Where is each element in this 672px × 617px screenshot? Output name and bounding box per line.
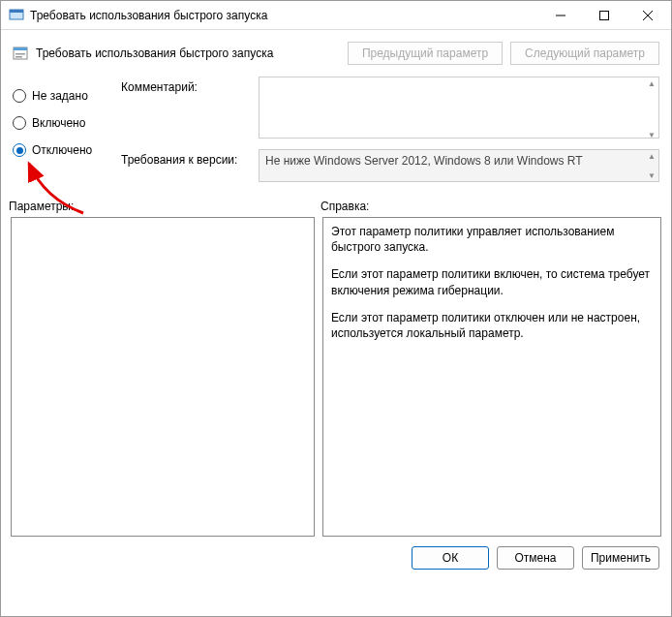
comment-textarea[interactable] (259, 77, 659, 139)
minimize-button[interactable] (538, 2, 582, 29)
svg-rect-3 (599, 11, 608, 19)
prev-setting-button[interactable]: Предыдущий параметр (348, 42, 503, 65)
dialog-footer: ОК Отмена Применить (1, 537, 671, 579)
svg-rect-1 (10, 10, 23, 13)
policy-title: Требовать использования быстрого запуска (36, 46, 340, 60)
scroll-down-icon[interactable]: ▼ (646, 170, 657, 180)
svg-rect-9 (15, 56, 22, 58)
help-panel: Этот параметр политики управляет использ… (322, 217, 661, 537)
radio-label: Отключено (32, 143, 92, 157)
radio-enabled[interactable]: Включено (13, 109, 109, 137)
scroll-down-icon[interactable]: ▼ (646, 130, 657, 139)
apply-button[interactable]: Применить (582, 546, 659, 570)
window-title: Требовать использования быстрого запуска (30, 9, 538, 22)
maximize-button[interactable] (582, 2, 626, 29)
scroll-up-icon[interactable]: ▲ (646, 151, 657, 161)
next-setting-button[interactable]: Следующий параметр (510, 42, 659, 65)
radio-not-configured[interactable]: Не задано (13, 82, 109, 109)
help-section-label: Справка: (321, 200, 369, 213)
options-panel (11, 217, 315, 537)
options-section-label: Параметры: (9, 200, 321, 213)
comment-label: Комментарий: (121, 77, 259, 141)
scroll-up-icon[interactable]: ▲ (646, 78, 657, 88)
svg-rect-7 (14, 47, 27, 50)
radio-icon-selected (13, 143, 26, 157)
radio-disabled[interactable]: Отключено (13, 137, 109, 164)
cancel-button[interactable]: Отмена (497, 546, 574, 570)
help-paragraph: Если этот параметр политики включен, то … (331, 266, 653, 297)
supported-on-value: Не ниже Windows Server 2012, Windows 8 и… (259, 149, 659, 182)
radio-icon (13, 116, 26, 130)
titlebar: Требовать использования быстрого запуска (1, 1, 671, 30)
svg-rect-8 (15, 53, 25, 55)
help-paragraph: Если этот параметр политики отключен или… (331, 310, 653, 341)
close-button[interactable] (626, 2, 669, 29)
policy-icon (13, 46, 28, 61)
radio-label: Не задано (32, 89, 88, 103)
policy-header: Требовать использования быстрого запуска… (1, 30, 671, 77)
radio-label: Включено (32, 116, 85, 130)
window-app-icon (9, 8, 24, 23)
supported-on-label: Требования к версии: (121, 149, 259, 182)
help-paragraph: Этот параметр политики управляет использ… (331, 224, 653, 255)
ok-button[interactable]: ОК (412, 546, 489, 570)
radio-icon (13, 89, 26, 103)
state-radio-group: Не задано Включено Отключено (13, 77, 109, 190)
